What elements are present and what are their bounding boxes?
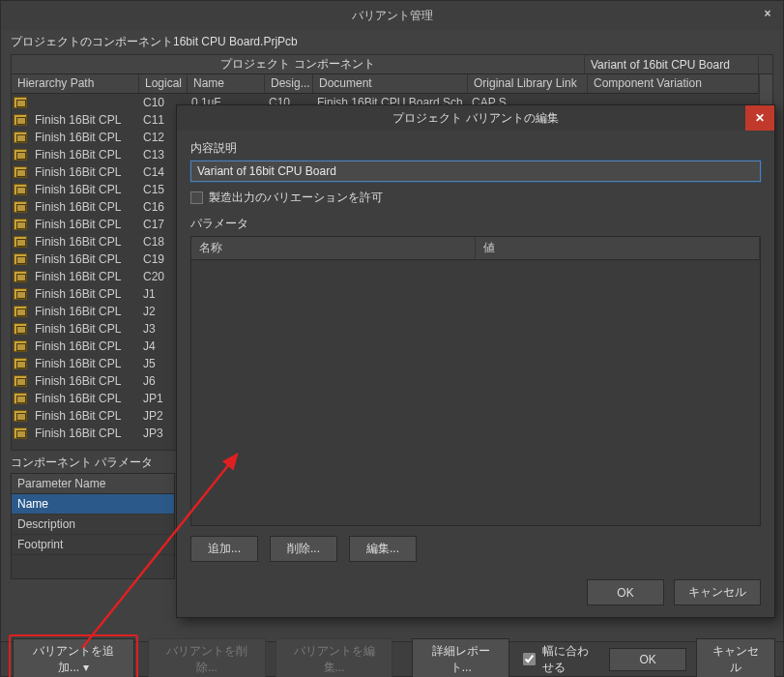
col-document[interactable]: Document <box>313 74 468 93</box>
component-icon <box>14 410 27 422</box>
cell-hierarchy: Finish 16Bit CPL <box>31 183 139 196</box>
bottom-toolbar: バリアントを追加... バリアントを削除... バリアントを編集... 詳細レポ… <box>1 641 783 676</box>
fit-width-checkbox[interactable]: 幅に合わせる <box>519 643 599 676</box>
parameters-label: パラメータ <box>190 216 761 232</box>
description-input[interactable] <box>190 161 761 182</box>
col-origliblink[interactable]: Original Library Link <box>468 74 588 93</box>
cell-hierarchy: Finish 16Bit CPL <box>31 131 139 144</box>
cell-hierarchy: Finish 16Bit CPL <box>31 409 139 423</box>
col-hierarchy[interactable]: Hierarchy Path <box>12 74 139 93</box>
edit-variant-dialog: プロジェクト バリアントの編集 ✕ 内容説明 製造出力のバリエーションを許可 パ… <box>176 104 775 618</box>
cell-hierarchy: Finish 16Bit CPL <box>31 270 139 283</box>
cell-hierarchy: Finish 16Bit CPL <box>31 374 139 388</box>
component-icon <box>14 340 27 352</box>
delete-param-button[interactable]: 削除... <box>270 536 337 562</box>
edit-variant-button: バリアントを編集... <box>276 638 393 678</box>
allow-fab-variation-checkbox[interactable] <box>190 191 203 204</box>
delete-variant-button: バリアントを削除... <box>148 638 266 678</box>
component-icon <box>14 306 27 317</box>
grid-group-header: プロジェクト コンポーネント Variant of 16bit CPU Boar… <box>12 55 772 74</box>
description-label: 内容説明 <box>190 140 761 157</box>
group-project-components: プロジェクト コンポーネント <box>12 54 585 74</box>
grid-column-headers[interactable]: Hierarchy Path Logical Name Desig... Doc… <box>12 74 772 94</box>
parameters-grid-head[interactable]: 名称 値 <box>191 237 760 260</box>
add-param-button[interactable]: 追加... <box>190 536 258 562</box>
component-icon <box>14 166 27 178</box>
col-param-name[interactable]: 名称 <box>191 237 476 259</box>
parameters-grid[interactable]: 名称 値 <box>190 236 761 526</box>
add-variant-button[interactable]: バリアントを追加... <box>13 638 134 678</box>
allow-fab-variation-label: 製造出力のバリエーションを許可 <box>209 190 383 206</box>
edit-cancel-button[interactable]: キャンセル <box>674 579 761 605</box>
component-icon <box>14 114 27 126</box>
component-icon <box>14 358 27 369</box>
param-header[interactable]: Parameter Name <box>12 474 174 494</box>
project-label: プロジェクトのコンポーネント16bit CPU Board.PrjPcb <box>1 30 783 54</box>
edit-ok-button[interactable]: OK <box>587 579 664 605</box>
cancel-button[interactable]: キャンセル <box>696 638 775 678</box>
component-icon <box>14 201 27 213</box>
cell-hierarchy: Finish 16Bit CPL <box>31 218 139 231</box>
cell-hierarchy: Finish 16Bit CPL <box>31 165 139 179</box>
edit-dialog-title: プロジェクト バリアントの編集 <box>392 110 558 127</box>
allow-fab-variation-row[interactable]: 製造出力のバリエーションを許可 <box>190 190 761 206</box>
cell-hierarchy: Finish 16Bit CPL <box>31 252 139 266</box>
variant-column-header[interactable]: Variant of 16bit CPU Board <box>585 56 759 74</box>
component-icon <box>14 393 27 404</box>
cell-hierarchy: Finish 16Bit CPL <box>31 287 139 301</box>
component-icon <box>14 97 27 108</box>
cell-hierarchy: Finish 16Bit CPL <box>31 322 139 336</box>
cell-hierarchy: Finish 16Bit CPL <box>31 235 139 249</box>
cell-hierarchy: Finish 16Bit CPL <box>31 113 139 127</box>
main-titlebar: バリアント管理 × <box>1 1 783 30</box>
parameter-panel[interactable]: Parameter Name Name Description Footprin… <box>11 473 175 579</box>
add-variant-highlight: バリアントを追加... <box>9 634 138 678</box>
component-icon <box>14 236 27 248</box>
ok-button[interactable]: OK <box>609 648 686 671</box>
cell-hierarchy: Finish 16Bit CPL <box>31 148 139 162</box>
component-icon <box>14 375 27 387</box>
param-row-footprint[interactable]: Footprint <box>12 535 174 555</box>
component-icon <box>14 271 27 282</box>
component-icon <box>14 132 27 143</box>
fit-width-label: 幅に合わせる <box>542 643 599 676</box>
param-row-description[interactable]: Description <box>12 515 174 535</box>
cell-hierarchy: Finish 16Bit CPL <box>31 392 139 405</box>
component-icon <box>14 219 27 230</box>
detail-report-button[interactable]: 詳細レポート... <box>412 638 509 678</box>
fit-width-check-input[interactable] <box>523 653 536 665</box>
component-icon <box>14 184 27 195</box>
cell-hierarchy: Finish 16Bit CPL <box>31 427 139 440</box>
col-logical[interactable]: Logical <box>139 74 188 93</box>
cell-hierarchy: Finish 16Bit CPL <box>31 357 139 370</box>
component-icon <box>14 323 27 335</box>
component-icon <box>14 427 27 439</box>
cell-hierarchy: Finish 16Bit CPL <box>31 339 139 353</box>
component-icon <box>14 253 27 265</box>
cell-hierarchy: Finish 16Bit CPL <box>31 305 139 318</box>
main-title: バリアント管理 <box>352 8 433 24</box>
close-icon[interactable]: × <box>760 7 775 22</box>
component-icon <box>14 288 27 300</box>
col-variation[interactable]: Component Variation <box>588 74 759 93</box>
close-icon[interactable]: ✕ <box>745 105 774 131</box>
col-param-value[interactable]: 値 <box>476 237 760 259</box>
cell-hierarchy: Finish 16Bit CPL <box>31 200 139 214</box>
col-name[interactable]: Name <box>188 74 265 93</box>
param-row-name[interactable]: Name <box>12 494 174 515</box>
edit-titlebar: プロジェクト バリアントの編集 ✕ <box>177 105 774 131</box>
edit-param-button[interactable]: 編集... <box>349 536 417 562</box>
component-icon <box>14 149 27 161</box>
col-designator[interactable]: Desig... <box>265 74 313 93</box>
